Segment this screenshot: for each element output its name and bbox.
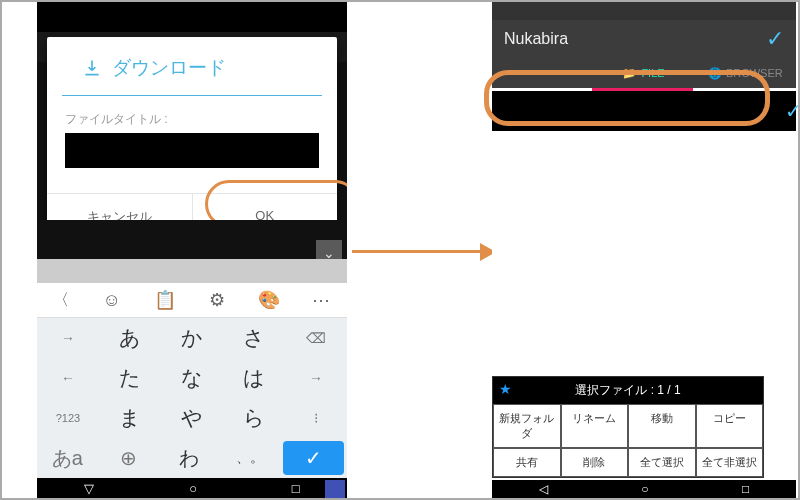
tab-bar: 📂 FILE 🌐 BROWSER [492, 58, 796, 88]
dialog-title-row: ダウンロード [62, 37, 322, 96]
folder-icon: 📂 [623, 67, 637, 80]
item-selected-check-icon: ✓ [785, 99, 800, 123]
ui-stub [37, 259, 347, 285]
kb-key[interactable]: わ [159, 438, 220, 478]
star-icon[interactable]: ★ [499, 381, 512, 397]
nav-home-icon[interactable]: ○ [641, 482, 648, 496]
kb-emoji[interactable]: ⊕ [98, 438, 159, 478]
keyboard: 〈 ☺ 📋 ⚙ 🎨 ⋯ → あ か さ ⌫ ← た な [37, 283, 347, 478]
download-icon [82, 58, 102, 78]
globe-icon: 🌐 [708, 67, 722, 80]
menu-rename[interactable]: リネーム [561, 404, 629, 448]
status-bar [37, 2, 347, 32]
confirm-check-icon[interactable]: ✓ [766, 26, 784, 52]
nav-recent-icon[interactable]: □ [742, 482, 749, 496]
sticker-icon[interactable]: ☺ [102, 290, 120, 311]
tab-browser[interactable]: 🌐 BROWSER [695, 67, 796, 80]
kb-collapse-icon[interactable]: 〈 [53, 290, 69, 311]
kb-key[interactable]: は [223, 358, 285, 398]
clipboard-icon[interactable]: 📋 [154, 289, 176, 311]
file-title-input[interactable] [65, 133, 319, 168]
kb-mode-switch[interactable]: あa [37, 438, 98, 478]
android-navbar: ▽ ○ □ [37, 478, 347, 498]
flow-arrow-icon [352, 250, 482, 253]
menu-share[interactable]: 共有 [493, 448, 561, 477]
kb-key[interactable]: → [37, 318, 99, 358]
keyboard-toolbar: 〈 ☺ 📋 ⚙ 🎨 ⋯ [37, 283, 347, 318]
nav-recent-icon[interactable]: □ [292, 481, 300, 496]
file-title-label: ファイルタイトル : [65, 111, 319, 128]
kb-backspace[interactable]: ⌫ [285, 318, 347, 358]
kb-key[interactable]: た [99, 358, 161, 398]
more-icon[interactable]: ⋯ [312, 289, 330, 311]
menu-new-folder[interactable]: 新規フォルダ [493, 404, 561, 448]
kb-key[interactable]: ら [223, 398, 285, 438]
kb-key[interactable]: や [161, 398, 223, 438]
palette-icon[interactable]: 🎨 [258, 289, 280, 311]
menu-delete[interactable]: 削除 [561, 448, 629, 477]
tab-file[interactable]: 📂 FILE [593, 67, 694, 80]
status-bar [492, 2, 796, 20]
nav-home-icon[interactable]: ○ [189, 481, 197, 496]
tab-file-label: FILE [641, 67, 664, 79]
ime-badge-icon[interactable] [325, 480, 345, 498]
download-dialog: ダウンロード ファイルタイトル : キャンセル OK [47, 37, 337, 240]
menu-deselect-all[interactable]: 全て非選択 [696, 448, 764, 477]
kb-key[interactable]: ⁝ [285, 398, 347, 438]
kb-key[interactable]: ま [99, 398, 161, 438]
kb-symbols[interactable]: ?123 [37, 398, 99, 438]
kb-row-2: ← た な は → [37, 358, 347, 398]
tab-browser-label: BROWSER [726, 67, 783, 79]
kb-key[interactable]: か [161, 318, 223, 358]
kb-row-3: ?123 ま や ら ⁝ [37, 398, 347, 438]
kb-key[interactable]: ← [37, 358, 99, 398]
context-menu: ★ 選択ファイル : 1 / 1 新規フォルダ リネーム 移動 コピー 共有 削… [492, 376, 764, 478]
left-phone-screen: ダウンロード ファイルタイトル : キャンセル OK ⌄ 〈 ☺ 📋 ⚙ 🎨 ⋯ [37, 2, 347, 498]
menu-header: ★ 選択ファイル : 1 / 1 [493, 377, 763, 404]
nav-back-icon[interactable]: ▽ [84, 481, 94, 496]
nav-back-icon[interactable]: ◁ [539, 482, 548, 496]
kb-key[interactable]: あ [99, 318, 161, 358]
kb-key[interactable]: さ [223, 318, 285, 358]
kb-key[interactable]: 、。 [219, 438, 280, 478]
file-list-item[interactable]: ✓ [492, 91, 796, 131]
kb-key[interactable]: な [161, 358, 223, 398]
dialog-title: ダウンロード [112, 55, 226, 81]
app-header: Nukabira ✓ [492, 20, 796, 58]
android-navbar-right: ◁ ○ □ [492, 480, 796, 498]
menu-move[interactable]: 移動 [628, 404, 696, 448]
kb-key[interactable]: → [285, 358, 347, 398]
kb-row-1: → あ か さ ⌫ [37, 318, 347, 358]
menu-select-all[interactable]: 全て選択 [628, 448, 696, 477]
settings-icon[interactable]: ⚙ [209, 289, 225, 311]
menu-copy[interactable]: コピー [696, 404, 764, 448]
app-title: Nukabira [504, 30, 568, 48]
kb-enter[interactable]: ✓ [283, 441, 344, 475]
menu-header-text: 選択ファイル : 1 / 1 [575, 383, 680, 397]
kb-row-4: あa ⊕ わ 、。 ✓ [37, 438, 347, 478]
